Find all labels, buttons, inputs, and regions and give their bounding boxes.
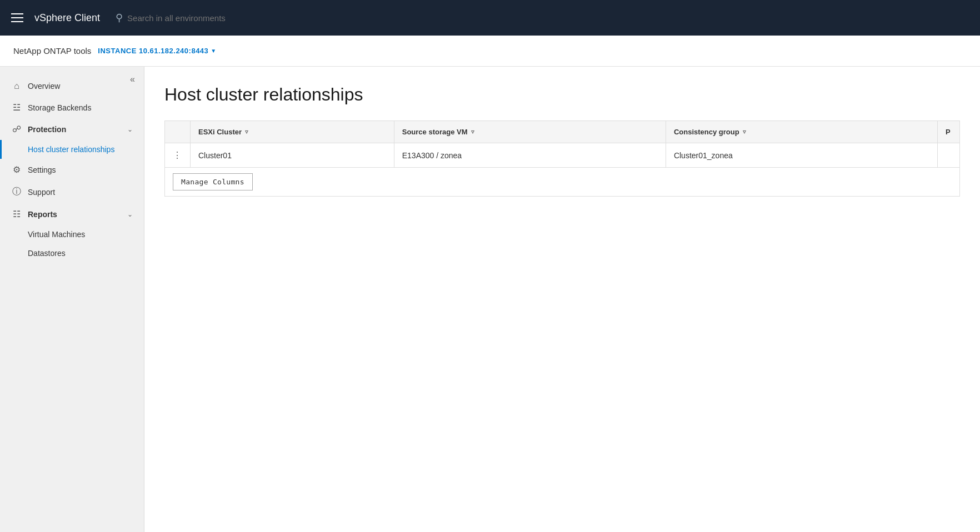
col-extra-label: P (946, 128, 951, 136)
sidebar-item-protection[interactable]: ☍ Protection ⌄ (0, 118, 144, 140)
chevron-down-icon: ▼ (211, 48, 216, 54)
sidebar-item-support[interactable]: ⓘ Support (0, 180, 144, 203)
sidebar-subitem-label: Virtual Machines (28, 230, 85, 239)
search-input[interactable] (127, 13, 283, 23)
list-icon: ☷ (11, 209, 22, 219)
content-area: Host cluster relationships ESXi Cluster … (144, 67, 980, 532)
instance-selector[interactable]: INSTANCE 10.61.182.240:8443 ▼ (98, 47, 216, 55)
sidebar-item-settings[interactable]: ⚙ Settings (0, 159, 144, 180)
host-cluster-table: ESXi Cluster ▿ Source storage VM ▿ Consi… (164, 121, 960, 168)
cell-esxi-cluster: Cluster01 (191, 143, 394, 168)
hamburger-menu-icon[interactable] (11, 13, 23, 22)
gear-icon: ⚙ (11, 164, 22, 175)
sidebar-item-label: Support (28, 188, 133, 197)
chevron-down-icon: ⌄ (127, 210, 133, 218)
col-consistency-group-label: Consistency group (674, 128, 739, 136)
sidebar-item-storage-backends[interactable]: ☳ Storage Backends (0, 97, 144, 118)
cell-consistency-group: Cluster01_zonea (666, 143, 937, 168)
home-icon: ⌂ (11, 81, 22, 91)
row-menu-button[interactable]: ⋮ (165, 143, 191, 168)
table-row: ⋮ Cluster01 E13A300 / zonea Cluster01_zo… (165, 143, 960, 168)
main-layout: « ⌂ Overview ☳ Storage Backends ☍ Protec… (0, 67, 980, 532)
col-menu (165, 121, 191, 143)
search-bar: ⚲ (116, 12, 283, 24)
col-consistency-group: Consistency group ▿ (666, 121, 937, 143)
sidebar: « ⌂ Overview ☳ Storage Backends ☍ Protec… (0, 67, 144, 532)
sidebar-item-label: Storage Backends (28, 103, 133, 112)
cell-extra (938, 143, 960, 168)
help-circle-icon: ⓘ (11, 186, 22, 198)
sidebar-item-datastores[interactable]: Datastores (0, 244, 144, 263)
col-source-storage-vm: Source storage VM ▿ (394, 121, 666, 143)
sidebar-nav: ⌂ Overview ☳ Storage Backends ☍ Protecti… (0, 67, 144, 532)
col-extra: P (938, 121, 960, 143)
col-source-storage-vm-label: Source storage VM (402, 128, 468, 136)
sidebar-item-label: Reports (28, 210, 122, 219)
table-footer: Manage Columns (164, 168, 960, 197)
shield-icon: ☍ (11, 124, 22, 134)
search-icon: ⚲ (116, 12, 123, 24)
chevron-down-icon: ⌄ (127, 126, 133, 133)
sidebar-item-label: Protection (28, 125, 122, 134)
sidebar-item-label: Settings (28, 165, 133, 174)
manage-columns-button[interactable]: Manage Columns (173, 173, 253, 190)
filter-icon[interactable]: ▿ (245, 128, 248, 135)
sidebar-item-overview[interactable]: ⌂ Overview (0, 76, 144, 97)
filter-icon[interactable]: ▿ (471, 128, 474, 135)
app-name: NetApp ONTAP tools (13, 46, 91, 56)
sidebar-item-reports[interactable]: ☷ Reports ⌄ (0, 203, 144, 225)
table-header-row: ESXi Cluster ▿ Source storage VM ▿ Consi… (165, 121, 960, 143)
cell-source-storage-vm: E13A300 / zonea (394, 143, 666, 168)
filter-icon[interactable]: ▿ (743, 128, 746, 135)
sidebar-subitem-label: Host cluster relationships (28, 145, 114, 154)
instance-bar: NetApp ONTAP tools INSTANCE 10.61.182.24… (0, 36, 980, 67)
sidebar-item-virtual-machines[interactable]: Virtual Machines (0, 225, 144, 244)
page-title: Host cluster relationships (164, 84, 960, 105)
database-icon: ☳ (11, 102, 22, 113)
app-title: vSphere Client (34, 12, 100, 24)
sidebar-subitem-label: Datastores (28, 249, 66, 258)
col-esxi-cluster-label: ESXi Cluster (198, 128, 242, 136)
sidebar-item-label: Overview (28, 82, 133, 91)
col-esxi-cluster: ESXi Cluster ▿ (191, 121, 394, 143)
topbar: vSphere Client ⚲ (0, 0, 980, 36)
sidebar-item-host-cluster-relationships[interactable]: Host cluster relationships (0, 140, 144, 159)
instance-label: INSTANCE 10.61.182.240:8443 (98, 47, 208, 55)
